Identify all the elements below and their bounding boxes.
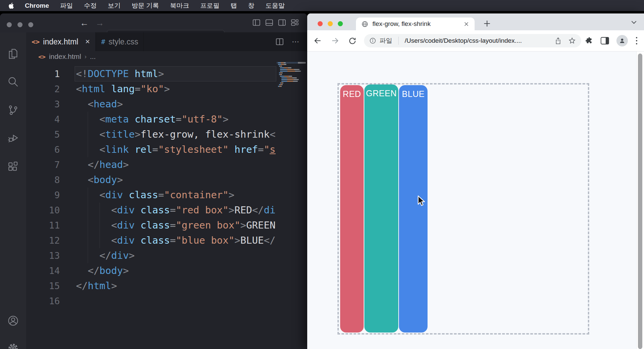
toggle-panel-icon[interactable] xyxy=(266,19,273,26)
indent-guide xyxy=(88,218,88,233)
code-line: <div class="blue box">BLUE</div> xyxy=(76,233,276,248)
apple-menu-icon[interactable] xyxy=(9,3,14,9)
back-icon[interactable] xyxy=(313,36,322,45)
side-panel-icon[interactable] xyxy=(601,37,609,44)
code-line: </html> xyxy=(76,278,276,293)
line-number: 12 xyxy=(34,233,60,248)
breadcrumb-file[interactable]: index.html xyxy=(49,53,81,61)
bookmark-star-icon[interactable] xyxy=(568,37,576,44)
more-actions-icon[interactable]: ⋯ xyxy=(292,37,299,46)
menubar-item[interactable]: 도움말 xyxy=(266,1,285,10)
toggle-sidebar-right-icon[interactable] xyxy=(278,19,286,26)
menu-dots-icon[interactable] xyxy=(635,36,638,45)
tab-index-html[interactable]: <> index.html ✕ xyxy=(26,32,96,51)
line-number: 13 xyxy=(34,248,60,263)
code-line: <meta charset="utf-8"> xyxy=(76,112,276,127)
menubar-item[interactable]: 파일 xyxy=(60,1,73,10)
split-editor-icon[interactable] xyxy=(276,38,284,45)
line-number: 11 xyxy=(34,218,60,233)
line-number: 2 xyxy=(34,81,60,97)
editor-forward-icon[interactable]: → xyxy=(95,18,104,28)
tab-search-chevron-icon[interactable] xyxy=(631,20,637,25)
search-icon[interactable] xyxy=(7,76,19,88)
menubar-item[interactable]: 탭 xyxy=(231,1,237,10)
settings-gear-icon[interactable] xyxy=(7,343,19,349)
editor-back-icon[interactable]: ← xyxy=(80,18,89,28)
breadcrumb[interactable]: <> index.html › ... xyxy=(26,51,307,62)
window-close-button[interactable] xyxy=(7,22,12,27)
run-debug-icon[interactable] xyxy=(7,133,19,144)
code-line: </head> xyxy=(76,157,276,172)
menubar-item[interactable]: 보기 xyxy=(108,1,121,10)
tab-style-css[interactable]: # style.css xyxy=(96,32,144,51)
scrollbar-indicator[interactable] xyxy=(298,62,306,64)
line-number: 10 xyxy=(34,203,60,218)
address-bar[interactable]: 파일 /Users/codeit/Desktop/css-layout/inde… xyxy=(364,34,581,47)
close-tab-icon[interactable]: ✕ xyxy=(85,38,90,45)
html-file-icon: <> xyxy=(38,53,46,60)
code-line: <!DOCTYPE html> xyxy=(76,66,276,81)
reload-icon[interactable] xyxy=(348,37,357,45)
chrome-toolbar: 파일 /Users/codeit/Desktop/css-layout/inde… xyxy=(307,30,644,51)
breadcrumb-separator: › xyxy=(84,53,86,60)
line-number: 4 xyxy=(34,112,60,127)
box-label: RED xyxy=(343,89,361,99)
menubar-item[interactable]: 방문 기록 xyxy=(132,1,159,10)
profile-avatar[interactable] xyxy=(616,35,628,46)
line-number: 7 xyxy=(34,157,60,172)
extensions-puzzle-icon[interactable] xyxy=(585,37,593,45)
menubar-item[interactable]: 프로필 xyxy=(200,1,219,10)
indent-guide xyxy=(88,233,88,248)
toggle-sidebar-left-icon[interactable] xyxy=(253,19,260,26)
window-minimize-button[interactable] xyxy=(17,22,23,27)
tab-label: style.css xyxy=(109,37,138,46)
line-number: 16 xyxy=(34,293,60,309)
window-close-button[interactable] xyxy=(318,21,323,26)
box-label: GREEN xyxy=(366,89,397,98)
customize-layout-icon[interactable] xyxy=(291,19,298,26)
line-number: 1 xyxy=(34,66,60,81)
menubar-item[interactable]: 수정 xyxy=(84,1,97,10)
code-line: <div class="red box">RED</div> xyxy=(76,203,276,218)
menubar-app-name[interactable]: Chrome xyxy=(25,2,49,9)
scheme-chip[interactable]: 파일 xyxy=(379,36,392,45)
vscode-titlebar: ← → css-layout xyxy=(0,13,307,32)
code-line: <div class="green box">GREEN</div> xyxy=(76,218,276,233)
window-minimize-button[interactable] xyxy=(328,21,333,26)
code-line: </body> xyxy=(76,263,276,278)
window-zoom-button[interactable] xyxy=(28,22,33,27)
line-number: 15 xyxy=(34,278,60,293)
tab-label: index.html xyxy=(43,37,78,46)
tab-title: flex-grow, flex-shrink xyxy=(372,20,459,28)
macos-menubar: Chrome 파일 수정 보기 방문 기록 북마크 프로필 탭 창 도움말 xyxy=(0,0,644,11)
browser-tab[interactable]: flex-grow, flex-shrink xyxy=(356,18,475,30)
explorer-icon[interactable] xyxy=(7,48,19,60)
code-lines: <!DOCTYPE html><html lang="ko"> <head> <… xyxy=(76,66,276,309)
url-text[interactable]: /Users/codeit/Desktop/css-layout/index..… xyxy=(405,37,549,44)
green-box: GREEN xyxy=(364,84,398,333)
indent-guide xyxy=(99,203,100,218)
person-icon xyxy=(619,37,626,44)
scrollbar-thumb[interactable] xyxy=(638,54,642,349)
breadcrumb-more[interactable]: ... xyxy=(90,53,96,61)
code-editor[interactable]: 12345678910111213141516 <!DOCTYPE html><… xyxy=(26,62,307,349)
box-label: BLUE xyxy=(402,89,425,99)
code-line: <title>flex-grow, flex-shrink</title> xyxy=(76,127,276,142)
page-scrollbar[interactable] xyxy=(636,51,644,349)
minimap[interactable] xyxy=(277,62,304,94)
indent-guide xyxy=(88,203,88,218)
site-info-icon[interactable] xyxy=(369,37,376,44)
source-control-icon[interactable] xyxy=(7,104,19,116)
indent-guide xyxy=(88,127,88,142)
close-tab-icon[interactable] xyxy=(464,21,469,27)
indent-guide xyxy=(88,248,88,263)
account-icon[interactable] xyxy=(7,315,19,326)
menubar-item[interactable]: 북마크 xyxy=(170,1,189,10)
window-zoom-button[interactable] xyxy=(338,21,343,26)
omnibox-divider xyxy=(398,37,399,45)
menubar-item[interactable]: 창 xyxy=(248,1,254,10)
forward-icon[interactable] xyxy=(331,36,339,45)
new-tab-icon[interactable] xyxy=(483,19,491,28)
share-icon[interactable] xyxy=(555,37,562,45)
extensions-icon[interactable] xyxy=(7,161,19,172)
